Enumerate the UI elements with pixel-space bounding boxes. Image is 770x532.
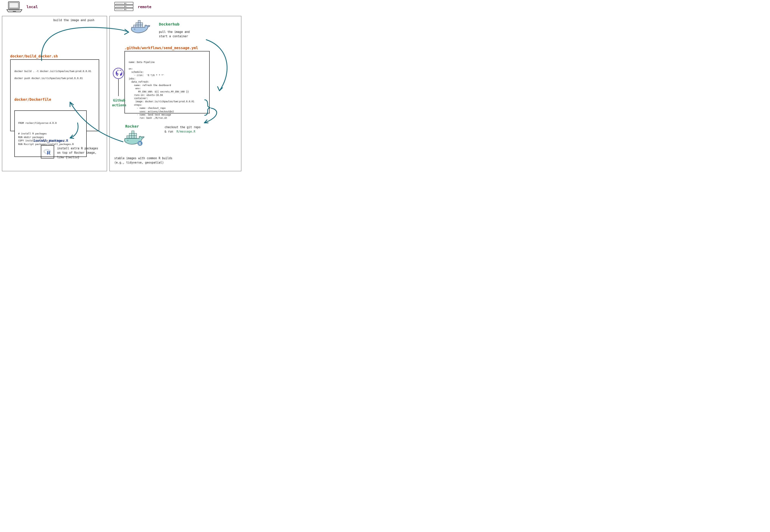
- rocker-whale-icon: R: [123, 130, 146, 147]
- svg-rect-35: [129, 133, 132, 136]
- workflow-code: name: Data Pipeline on: schedule: - cron…: [129, 61, 205, 120]
- svg-rect-20: [134, 25, 136, 27]
- workflow-filename: .github/workflows/send_message.yml: [124, 46, 198, 50]
- svg-rect-4: [13, 11, 16, 12]
- svg-rect-24: [136, 23, 138, 25]
- svg-rect-38: [132, 131, 134, 133]
- r-logo-icon: R: [43, 148, 52, 156]
- svg-point-13: [125, 6, 126, 7]
- svg-point-15: [124, 9, 125, 10]
- remote-panel: Dockerhub pull the image and start a con…: [109, 16, 241, 171]
- svg-point-39: [127, 140, 128, 141]
- r-logo-box: R: [41, 145, 54, 158]
- svg-text:R: R: [138, 141, 141, 146]
- svg-rect-22: [138, 25, 140, 27]
- svg-rect-25: [138, 23, 140, 25]
- svg-rect-27: [138, 20, 140, 23]
- workflow-codebox: name: Data Pipeline on: schedule: - cron…: [124, 51, 210, 113]
- local-header: local: [6, 1, 38, 13]
- build-script-codebox: docker build . -t docker.io/richpauloo/t…: [10, 59, 99, 131]
- svg-rect-37: [134, 133, 137, 136]
- server-rack-icon: [113, 1, 134, 13]
- svg-rect-34: [134, 136, 137, 138]
- svg-point-9: [124, 3, 125, 4]
- svg-text:R: R: [47, 150, 51, 156]
- github-actions-label: Github actions: [112, 98, 126, 107]
- rocker-caption: stable images with common R builds (e.g.…: [114, 156, 172, 165]
- svg-point-12: [124, 6, 125, 7]
- github-octocat-icon: [112, 67, 124, 79]
- svg-rect-1: [9, 3, 18, 8]
- remote-header: remote: [113, 1, 151, 13]
- install-packages-caption: install extra R packages on top of Rocke…: [57, 146, 98, 160]
- install-packages-label: install_packages.R: [33, 139, 68, 143]
- svg-rect-33: [132, 136, 134, 138]
- svg-rect-26: [140, 23, 143, 25]
- svg-rect-32: [129, 136, 132, 138]
- dockerfile-filename: docker/Dockerfile: [14, 97, 95, 102]
- svg-rect-23: [140, 25, 143, 27]
- svg-rect-36: [132, 133, 134, 136]
- rocker-label: Rocker: [125, 124, 139, 129]
- svg-point-16: [125, 9, 126, 10]
- svg-rect-21: [136, 25, 138, 27]
- docker-whale-icon: [130, 19, 151, 35]
- remote-title: remote: [138, 5, 151, 9]
- laptop-icon: [6, 1, 23, 13]
- svg-rect-31: [127, 136, 129, 138]
- dockerhub-caption: pull the image and start a container: [159, 30, 190, 39]
- svg-point-10: [125, 3, 126, 4]
- svg-point-28: [134, 29, 135, 29]
- build-script-filename: docker/build_docker.sh: [10, 54, 58, 58]
- dockerhub-label: Dockerhub: [159, 22, 179, 26]
- build-script-code: docker build . -t docker.io/richpauloo/t…: [14, 70, 95, 80]
- steps-caption-file: R/message.R: [176, 130, 195, 133]
- local-panel: build the image and push docker/build_do…: [2, 16, 107, 171]
- local-title: local: [26, 5, 38, 9]
- steps-caption: checkout the git repo & run R/message.R: [165, 125, 200, 134]
- build-push-caption: build the image and push: [53, 19, 94, 22]
